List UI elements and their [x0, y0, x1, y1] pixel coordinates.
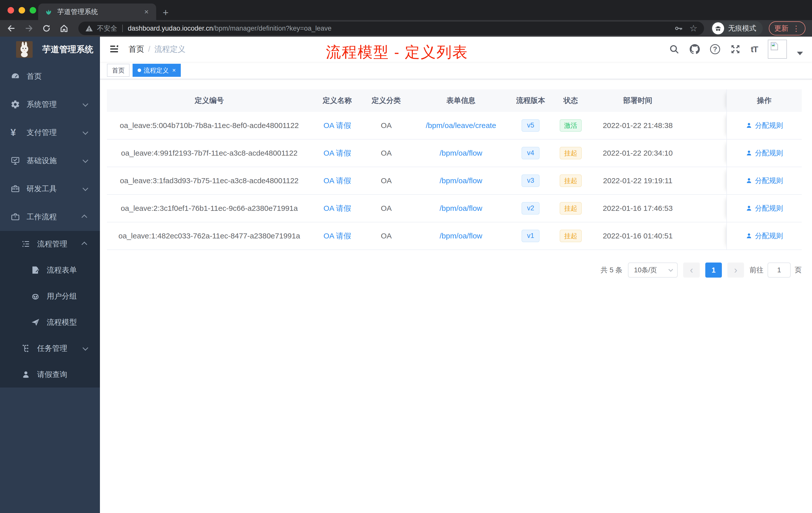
form-info-link[interactable]: /bpm/oa/flow	[440, 232, 482, 240]
window-minimize-button[interactable]	[19, 7, 25, 13]
window-zoom-button[interactable]	[30, 7, 36, 13]
hamburger-icon[interactable]	[109, 44, 119, 55]
version-tag: v3	[522, 175, 540, 187]
cell-deploy-time: 2022-01-22 19:19:11	[592, 176, 683, 185]
reload-icon[interactable]	[42, 24, 51, 33]
sidebar-item-payment[interactable]: ¥支付管理	[0, 118, 100, 147]
assign-rule-button[interactable]: 分配规则	[746, 121, 783, 130]
sidebar-item-home[interactable]: 首页	[0, 62, 100, 90]
col-definition-id: 定义编号	[107, 96, 312, 105]
col-definition-name: 定义名称	[312, 96, 363, 105]
incognito-icon	[712, 22, 724, 34]
sidebar-item-label: 任务管理	[37, 343, 67, 354]
avatar[interactable]	[768, 40, 787, 59]
cell-form-info: /bpm/oa/flow	[409, 204, 513, 213]
sidebar-item-devtools[interactable]: 研发工具	[0, 175, 100, 203]
definition-name-link[interactable]: OA 请假	[323, 204, 351, 212]
security-label[interactable]: 不安全	[97, 24, 117, 33]
breadcrumb-home[interactable]: 首页	[128, 44, 144, 55]
select-caret-icon	[668, 267, 673, 272]
bookmark-star-icon[interactable]: ☆	[690, 24, 697, 33]
cell-form-info: /bpm/oa/flow	[409, 232, 513, 240]
tag-label: 首页	[112, 66, 124, 74]
address-bar[interactable]: 不安全 dashboard.yudao.iocoder.cn /bpm/mana…	[78, 22, 704, 35]
sidebar-item-task-mgmt[interactable]: 任务管理	[0, 335, 100, 361]
col-process-version: 流程版本	[513, 96, 549, 105]
robot-icon	[31, 291, 42, 301]
new-tab-button[interactable]: +	[163, 7, 169, 18]
window-close-button[interactable]	[7, 7, 14, 13]
gear-icon	[10, 99, 22, 110]
cell-deploy-time: 2022-01-16 17:46:53	[592, 204, 683, 213]
sidebar-item-system[interactable]: 系统管理	[0, 90, 100, 118]
table-row: oa_leave:4:991f2193-7b7f-11ec-a3c8-acde4…	[107, 140, 802, 167]
cell-definition-name: OA 请假	[312, 231, 363, 241]
github-icon[interactable]	[690, 44, 700, 55]
definition-name-link[interactable]: OA 请假	[323, 121, 351, 129]
definition-name-link[interactable]: OA 请假	[323, 176, 351, 185]
assign-rule-button[interactable]: 分配规则	[746, 204, 783, 213]
current-page-button[interactable]: 1	[705, 263, 722, 278]
sidebar: 芋道管理系统 首页系统管理¥支付管理基础设施研发工具工作流程 流程管理流程表单用…	[0, 37, 100, 513]
chevron-up-icon	[82, 242, 87, 247]
password-key-icon[interactable]	[674, 24, 683, 33]
breadcrumb: 首页 / 流程定义	[128, 44, 185, 55]
sidebar-item-infra[interactable]: 基础设施	[0, 147, 100, 175]
goto-page-input[interactable]	[767, 263, 791, 278]
update-button[interactable]: 更新 ⋮	[769, 21, 806, 35]
assign-rule-button[interactable]: 分配规则	[746, 176, 783, 185]
user-icon	[21, 369, 33, 380]
app-title: 芋道管理系统	[42, 44, 93, 55]
tab-home[interactable]: 首页	[107, 64, 129, 77]
assign-rule-button[interactable]: 分配规则	[746, 148, 783, 158]
tag-close-icon[interactable]: ×	[172, 67, 176, 74]
tab-process-definition[interactable]: 流程定义×	[133, 64, 181, 77]
sidebar-item-label: 用户分组	[47, 291, 77, 301]
sidebar-item-workflow[interactable]: 工作流程	[0, 203, 100, 231]
sidebar-item-process-model[interactable]: 流程模型	[0, 309, 100, 335]
cell-actions: 分配规则	[726, 195, 802, 222]
help-icon[interactable]: ?	[710, 44, 720, 54]
tab-close-icon[interactable]: ×	[143, 7, 150, 16]
avatar-dropdown-caret-icon[interactable]	[797, 52, 803, 55]
assign-user-icon	[746, 150, 753, 157]
breadcrumb-separator: /	[148, 45, 150, 54]
form-info-link[interactable]: /bpm/oa/flow	[440, 149, 482, 157]
forward-icon[interactable]	[24, 24, 34, 33]
sidebar-item-leave-query[interactable]: 请假查询	[0, 361, 100, 388]
font-size-icon[interactable]: tT	[751, 44, 758, 54]
briefcase-icon	[10, 212, 22, 222]
sidebar-item-label: 流程模型	[47, 317, 77, 328]
prev-page-button[interactable]: ‹	[683, 263, 700, 278]
page-size-select[interactable]: 10条/页	[628, 263, 678, 278]
definition-name-link[interactable]: OA 请假	[323, 232, 351, 240]
back-icon[interactable]	[6, 24, 16, 33]
form-info-link[interactable]: /bpm/oa/flow	[440, 176, 482, 185]
form-info-link[interactable]: /bpm/oa/flow	[440, 204, 482, 212]
goto-label: 前往	[750, 265, 763, 275]
status-badge: 挂起	[560, 175, 582, 187]
cell-definition-name: OA 请假	[312, 120, 363, 131]
sidebar-item-process-mgmt[interactable]: 流程管理	[0, 231, 100, 257]
sidebar-item-process-form[interactable]: 流程表单	[0, 257, 100, 283]
chevron-down-icon	[83, 157, 88, 163]
cell-status: 激活	[549, 119, 592, 132]
fullscreen-icon[interactable]	[730, 44, 741, 55]
definition-name-link[interactable]: OA 请假	[323, 149, 351, 157]
browser-menu-icon[interactable]: ⋮	[792, 24, 800, 33]
form-info-link[interactable]: /bpm/oa/leave/create	[426, 121, 496, 129]
browser-toolbar: 不安全 dashboard.yudao.iocoder.cn /bpm/mana…	[0, 20, 812, 37]
pagination: 共 5 条 10条/页 ‹ 1 › 前往 页	[107, 263, 802, 278]
sidebar-item-user-group[interactable]: 用户分组	[0, 283, 100, 309]
cell-definition-id: oa_leave:5:004b710b-7b8a-11ec-8ef0-acde4…	[107, 121, 312, 130]
next-page-button[interactable]: ›	[727, 263, 744, 278]
search-icon[interactable]	[669, 44, 679, 55]
home-icon[interactable]	[59, 24, 69, 33]
assign-rule-button[interactable]: 分配规则	[746, 231, 783, 241]
table-row: oa_leave:5:004b710b-7b8a-11ec-8ef0-acde4…	[107, 112, 802, 140]
assign-rule-label: 分配规则	[755, 148, 783, 158]
cell-definition-id: oa_leave:4:991f2193-7b7f-11ec-a3c8-acde4…	[107, 149, 312, 157]
sidebar-item-label: 研发工具	[27, 184, 57, 194]
cell-deploy-time: 2022-01-16 01:40:51	[592, 232, 683, 240]
browser-tab[interactable]: 芋道管理系统 ×	[38, 3, 156, 20]
